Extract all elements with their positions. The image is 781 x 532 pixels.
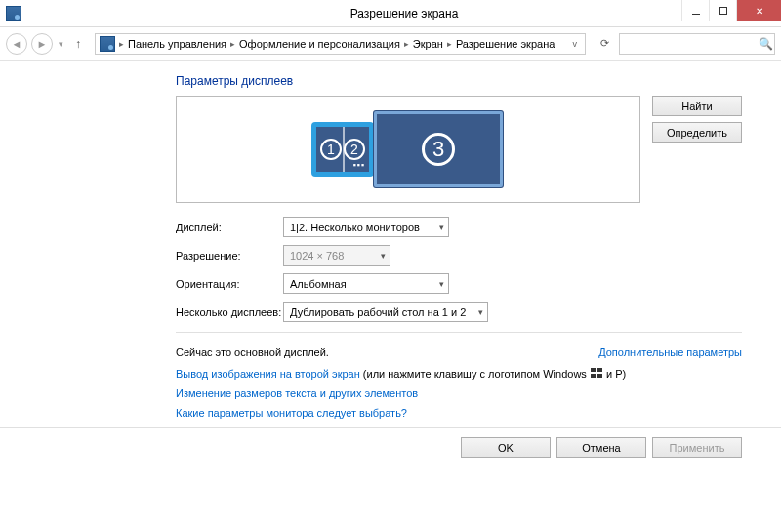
- which-monitor-link[interactable]: Какие параметры монитора следует выбрать…: [176, 407, 407, 419]
- address-bar[interactable]: ▸ Панель управления ▸ Оформление и персо…: [95, 33, 586, 55]
- windows-key-icon: [591, 368, 602, 378]
- up-button[interactable]: ↑: [69, 37, 87, 51]
- maximize-button[interactable]: [709, 0, 736, 21]
- chevron-down-icon: ▾: [478, 307, 483, 317]
- chevron-right-icon: ▸: [119, 39, 124, 49]
- search-box[interactable]: 🔍: [619, 33, 775, 55]
- taskbar-indicator: ▪▪▪: [352, 160, 365, 170]
- advanced-settings-link[interactable]: Дополнительные параметры: [598, 347, 742, 358]
- monitor-3[interactable]: 3: [374, 111, 503, 187]
- history-dropdown[interactable]: ▾: [57, 39, 65, 49]
- identify-button[interactable]: Определить: [652, 122, 742, 143]
- chevron-right-icon: ▸: [230, 39, 235, 49]
- multiple-displays-select[interactable]: Дублировать рабочий стол на 1 и 2▾: [283, 302, 488, 322]
- breadcrumb-item[interactable]: Оформление и персонализация: [239, 38, 400, 50]
- dialog-footer: OK Отмена Применить: [0, 428, 781, 458]
- resolution-label: Разрешение:: [176, 250, 283, 262]
- monitor-1-2[interactable]: 1 2 ▪▪▪: [313, 124, 372, 175]
- window-icon: [0, 6, 27, 21]
- breadcrumb-item[interactable]: Экран: [413, 38, 443, 50]
- display-select[interactable]: 1|2. Несколько мониторов▾: [283, 217, 449, 237]
- monitor-label: 2: [344, 139, 365, 160]
- search-input[interactable]: [624, 38, 759, 50]
- back-button[interactable]: ◄: [6, 33, 27, 55]
- project-link[interactable]: Вывод изображения на второй экран: [176, 368, 360, 380]
- monitor-label: 1: [320, 139, 342, 160]
- breadcrumb-item[interactable]: Панель управления: [128, 38, 226, 50]
- refresh-button[interactable]: ⟳: [594, 33, 615, 55]
- window-title: Разрешение экрана: [27, 7, 781, 20]
- close-button[interactable]: ✕: [736, 0, 781, 21]
- display-preview[interactable]: 1 2 ▪▪▪ 3: [176, 96, 640, 203]
- chevron-down-icon: ▾: [381, 251, 386, 261]
- ok-button[interactable]: OK: [461, 437, 551, 458]
- control-panel-icon: [100, 36, 115, 52]
- display-label: Дисплей:: [176, 222, 283, 233]
- search-icon[interactable]: 🔍: [759, 37, 773, 51]
- multiple-displays-label: Несколько дисплеев:: [176, 307, 283, 318]
- chevron-right-icon: ▸: [404, 39, 409, 49]
- navbar: ◄ ► ▾ ↑ ▸ Панель управления ▸ Оформление…: [0, 27, 781, 61]
- resolution-select[interactable]: 1024 × 768▾: [283, 245, 390, 266]
- project-line: Вывод изображения на второй экран (или н…: [176, 368, 742, 380]
- monitor-label: 3: [422, 133, 455, 166]
- text-size-link[interactable]: Изменение размеров текста и других элеме…: [176, 388, 418, 399]
- forward-button[interactable]: ►: [31, 33, 53, 55]
- chevron-down-icon: ▾: [439, 279, 444, 289]
- orientation-select[interactable]: Альбомная▾: [283, 273, 449, 294]
- main-display-status: Сейчас это основной дисплей.: [176, 347, 329, 358]
- orientation-label: Ориентация:: [176, 278, 283, 290]
- chevron-right-icon: ▸: [447, 39, 452, 49]
- breadcrumb-item[interactable]: Разрешение экрана: [456, 38, 555, 50]
- detect-button[interactable]: Найти: [652, 96, 742, 116]
- minimize-button[interactable]: [681, 0, 709, 21]
- address-dropdown-icon[interactable]: v: [569, 39, 582, 49]
- titlebar: Разрешение экрана ✕: [0, 0, 781, 27]
- content-area: Параметры дисплеев 1 2 ▪▪▪ 3 Найти Опред…: [0, 61, 781, 419]
- apply-button[interactable]: Применить: [652, 437, 742, 458]
- cancel-button[interactable]: Отмена: [556, 437, 646, 458]
- chevron-down-icon: ▾: [439, 223, 444, 232]
- page-heading: Параметры дисплеев: [176, 74, 742, 88]
